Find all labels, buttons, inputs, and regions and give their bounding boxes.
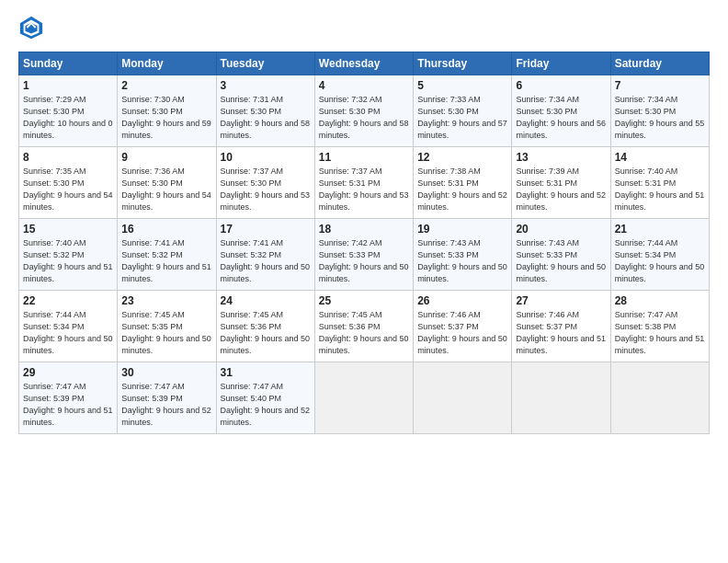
day-cell <box>610 362 709 434</box>
day-cell: 7Sunrise: 7:34 AMSunset: 5:30 PMDaylight… <box>610 75 709 147</box>
day-info: Sunrise: 7:32 AMSunset: 5:30 PMDaylight:… <box>319 95 409 140</box>
day-info: Sunrise: 7:29 AMSunset: 5:30 PMDaylight:… <box>23 95 113 140</box>
day-info: Sunrise: 7:46 AMSunset: 5:37 PMDaylight:… <box>417 310 507 355</box>
col-header-wednesday: Wednesday <box>314 52 413 75</box>
day-cell: 20Sunrise: 7:43 AMSunset: 5:33 PMDayligh… <box>512 219 610 291</box>
day-info: Sunrise: 7:41 AMSunset: 5:32 PMDaylight:… <box>121 238 211 283</box>
day-cell: 10Sunrise: 7:37 AMSunset: 5:30 PMDayligh… <box>216 147 314 219</box>
calendar-container: SundayMondayTuesdayWednesdayThursdayFrid… <box>0 0 728 443</box>
day-info: Sunrise: 7:47 AMSunset: 5:38 PMDaylight:… <box>615 310 705 355</box>
week-row-2: 8Sunrise: 7:35 AMSunset: 5:30 PMDaylight… <box>19 147 710 219</box>
day-cell: 6Sunrise: 7:34 AMSunset: 5:30 PMDaylight… <box>512 75 610 147</box>
day-info: Sunrise: 7:40 AMSunset: 5:32 PMDaylight:… <box>23 238 113 283</box>
day-info: Sunrise: 7:46 AMSunset: 5:37 PMDaylight:… <box>516 310 606 355</box>
col-header-monday: Monday <box>118 52 216 75</box>
day-info: Sunrise: 7:45 AMSunset: 5:35 PMDaylight:… <box>121 310 211 355</box>
day-number: 11 <box>319 151 409 164</box>
day-number: 13 <box>516 151 606 164</box>
day-number: 17 <box>221 223 311 236</box>
day-number: 19 <box>417 223 507 236</box>
day-info: Sunrise: 7:47 AMSunset: 5:39 PMDaylight:… <box>23 382 113 427</box>
day-info: Sunrise: 7:42 AMSunset: 5:33 PMDaylight:… <box>319 238 409 283</box>
day-cell: 13Sunrise: 7:39 AMSunset: 5:31 PMDayligh… <box>512 147 610 219</box>
day-number: 7 <box>615 79 705 92</box>
day-info: Sunrise: 7:30 AMSunset: 5:30 PMDaylight:… <box>121 95 211 140</box>
day-cell <box>512 362 610 434</box>
day-number: 22 <box>23 294 113 307</box>
day-info: Sunrise: 7:37 AMSunset: 5:31 PMDaylight:… <box>319 167 409 212</box>
day-cell: 22Sunrise: 7:44 AMSunset: 5:34 PMDayligh… <box>19 291 118 362</box>
day-number: 6 <box>516 79 606 92</box>
day-number: 16 <box>121 223 211 236</box>
day-cell: 30Sunrise: 7:47 AMSunset: 5:39 PMDayligh… <box>118 362 216 434</box>
day-number: 23 <box>121 294 211 307</box>
day-info: Sunrise: 7:44 AMSunset: 5:34 PMDaylight:… <box>615 238 705 283</box>
week-row-5: 29Sunrise: 7:47 AMSunset: 5:39 PMDayligh… <box>19 362 710 434</box>
day-info: Sunrise: 7:38 AMSunset: 5:31 PMDaylight:… <box>417 167 507 212</box>
day-cell: 31Sunrise: 7:47 AMSunset: 5:40 PMDayligh… <box>216 362 314 434</box>
day-number: 14 <box>615 151 705 164</box>
day-number: 3 <box>221 79 311 92</box>
day-number: 24 <box>221 294 311 307</box>
day-cell: 5Sunrise: 7:33 AMSunset: 5:30 PMDaylight… <box>414 75 512 147</box>
day-info: Sunrise: 7:47 AMSunset: 5:39 PMDaylight:… <box>121 382 211 427</box>
week-row-1: 1Sunrise: 7:29 AMSunset: 5:30 PMDaylight… <box>19 75 710 147</box>
week-row-3: 15Sunrise: 7:40 AMSunset: 5:32 PMDayligh… <box>19 219 710 291</box>
day-cell: 1Sunrise: 7:29 AMSunset: 5:30 PMDaylight… <box>19 75 118 147</box>
day-number: 1 <box>23 79 113 92</box>
day-cell: 25Sunrise: 7:45 AMSunset: 5:36 PMDayligh… <box>314 291 413 362</box>
day-info: Sunrise: 7:45 AMSunset: 5:36 PMDaylight:… <box>319 310 409 355</box>
col-header-thursday: Thursday <box>414 52 512 75</box>
day-info: Sunrise: 7:43 AMSunset: 5:33 PMDaylight:… <box>417 238 507 283</box>
day-cell: 19Sunrise: 7:43 AMSunset: 5:33 PMDayligh… <box>414 219 512 291</box>
day-cell: 2Sunrise: 7:30 AMSunset: 5:30 PMDaylight… <box>118 75 216 147</box>
day-cell: 17Sunrise: 7:41 AMSunset: 5:32 PMDayligh… <box>216 219 314 291</box>
day-number: 10 <box>221 151 311 164</box>
day-cell: 18Sunrise: 7:42 AMSunset: 5:33 PMDayligh… <box>314 219 413 291</box>
col-header-saturday: Saturday <box>610 52 709 75</box>
day-cell: 16Sunrise: 7:41 AMSunset: 5:32 PMDayligh… <box>118 219 216 291</box>
day-cell: 15Sunrise: 7:40 AMSunset: 5:32 PMDayligh… <box>19 219 118 291</box>
day-cell: 14Sunrise: 7:40 AMSunset: 5:31 PMDayligh… <box>610 147 709 219</box>
logo <box>18 15 48 40</box>
day-cell: 9Sunrise: 7:36 AMSunset: 5:30 PMDaylight… <box>118 147 216 219</box>
day-number: 29 <box>23 366 113 379</box>
day-cell: 21Sunrise: 7:44 AMSunset: 5:34 PMDayligh… <box>610 219 709 291</box>
day-cell: 24Sunrise: 7:45 AMSunset: 5:36 PMDayligh… <box>216 291 314 362</box>
day-cell: 11Sunrise: 7:37 AMSunset: 5:31 PMDayligh… <box>314 147 413 219</box>
day-cell: 28Sunrise: 7:47 AMSunset: 5:38 PMDayligh… <box>610 291 709 362</box>
day-number: 27 <box>516 294 606 307</box>
day-cell: 29Sunrise: 7:47 AMSunset: 5:39 PMDayligh… <box>19 362 118 434</box>
day-info: Sunrise: 7:34 AMSunset: 5:30 PMDaylight:… <box>615 95 705 140</box>
col-header-tuesday: Tuesday <box>216 52 314 75</box>
day-cell <box>314 362 413 434</box>
day-cell: 26Sunrise: 7:46 AMSunset: 5:37 PMDayligh… <box>414 291 512 362</box>
day-info: Sunrise: 7:43 AMSunset: 5:33 PMDaylight:… <box>516 238 606 283</box>
day-info: Sunrise: 7:44 AMSunset: 5:34 PMDaylight:… <box>23 310 113 355</box>
day-info: Sunrise: 7:39 AMSunset: 5:31 PMDaylight:… <box>516 167 606 212</box>
day-number: 15 <box>23 223 113 236</box>
day-number: 4 <box>319 79 409 92</box>
day-number: 31 <box>221 366 311 379</box>
day-info: Sunrise: 7:35 AMSunset: 5:30 PMDaylight:… <box>23 167 113 212</box>
col-header-sunday: Sunday <box>19 52 118 75</box>
header-row: SundayMondayTuesdayWednesdayThursdayFrid… <box>19 52 710 75</box>
day-cell: 27Sunrise: 7:46 AMSunset: 5:37 PMDayligh… <box>512 291 610 362</box>
day-number: 12 <box>417 151 507 164</box>
col-header-friday: Friday <box>512 52 610 75</box>
day-cell: 4Sunrise: 7:32 AMSunset: 5:30 PMDaylight… <box>314 75 413 147</box>
day-number: 8 <box>23 151 113 164</box>
logo-icon <box>18 15 44 40</box>
day-info: Sunrise: 7:34 AMSunset: 5:30 PMDaylight:… <box>516 95 606 140</box>
day-info: Sunrise: 7:37 AMSunset: 5:30 PMDaylight:… <box>221 167 311 212</box>
day-info: Sunrise: 7:31 AMSunset: 5:30 PMDaylight:… <box>221 95 311 140</box>
day-cell <box>414 362 512 434</box>
day-number: 30 <box>121 366 211 379</box>
header <box>18 15 710 40</box>
day-number: 28 <box>615 294 705 307</box>
day-number: 21 <box>615 223 705 236</box>
calendar-table: SundayMondayTuesdayWednesdayThursdayFrid… <box>18 52 710 434</box>
day-cell: 8Sunrise: 7:35 AMSunset: 5:30 PMDaylight… <box>19 147 118 219</box>
day-info: Sunrise: 7:47 AMSunset: 5:40 PMDaylight:… <box>221 382 311 427</box>
day-number: 18 <box>319 223 409 236</box>
